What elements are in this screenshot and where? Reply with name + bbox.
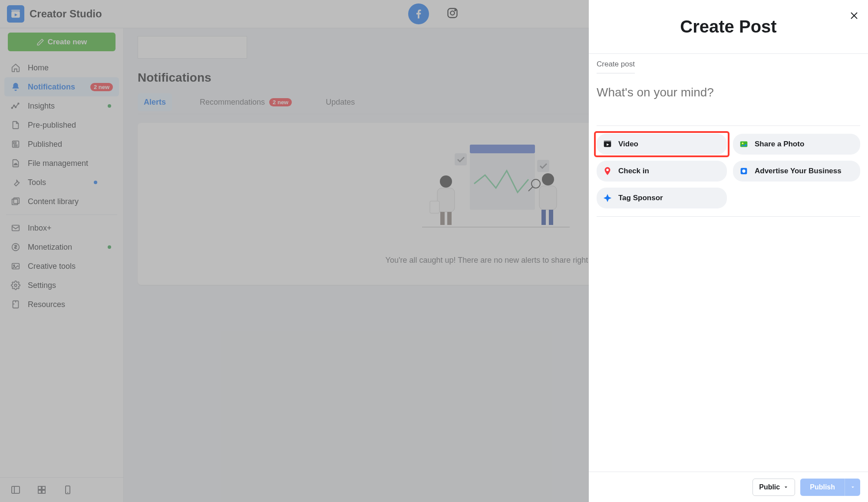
svg-point-54 — [742, 142, 743, 144]
attach-checkin-button[interactable]: Check in — [597, 161, 727, 182]
publish-dropdown-button[interactable] — [845, 479, 860, 496]
photo-icon — [739, 139, 749, 149]
panel-title: Create Post — [680, 17, 776, 36]
location-icon — [603, 166, 612, 176]
attach-label: Advertise Your Business — [755, 167, 842, 175]
publish-label: Publish — [810, 483, 835, 491]
video-icon — [603, 139, 612, 149]
attach-sponsor-button[interactable]: Tag Sponsor — [597, 188, 727, 208]
chevron-down-icon — [850, 485, 855, 490]
close-icon — [849, 10, 859, 21]
create-post-subtab[interactable]: Create post — [597, 54, 635, 73]
publish-button[interactable]: Publish — [800, 479, 845, 496]
attach-label: Video — [618, 140, 638, 149]
create-post-panel: Create Post Create post Video Share a Ph… — [589, 0, 868, 502]
publish-group: Publish — [800, 479, 860, 496]
attach-advertise-button[interactable]: Advertise Your Business — [733, 161, 860, 182]
attach-label: Check in — [618, 167, 649, 175]
svg-marker-58 — [604, 194, 611, 202]
attach-video-button[interactable]: Video — [597, 134, 727, 155]
attach-grid: Video Share a Photo Check in Advertise Y… — [597, 126, 860, 217]
sponsor-icon — [603, 193, 612, 203]
panel-footer: Public Publish — [589, 472, 868, 502]
close-button[interactable] — [848, 10, 860, 22]
svg-point-57 — [742, 169, 745, 172]
svg-point-55 — [606, 169, 609, 172]
audience-label: Public — [759, 483, 780, 491]
post-text-input[interactable] — [597, 73, 860, 126]
advertise-icon — [739, 166, 749, 176]
attach-photo-button[interactable]: Share a Photo — [733, 134, 860, 155]
panel-body: Create post Video Share a Photo Check in… — [589, 54, 868, 472]
audience-button[interactable]: Public — [752, 479, 795, 496]
panel-header: Create Post — [589, 0, 868, 54]
svg-rect-51 — [604, 141, 611, 142]
attach-label: Share a Photo — [755, 140, 804, 149]
chevron-down-icon — [783, 485, 789, 490]
attach-label: Tag Sponsor — [618, 194, 663, 202]
